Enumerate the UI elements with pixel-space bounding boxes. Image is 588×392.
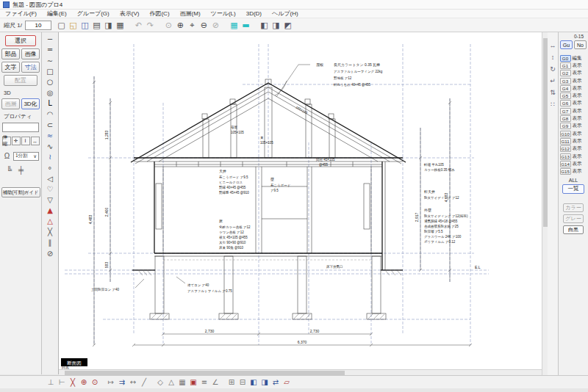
freecurve-tool[interactable]: ∿ <box>43 141 57 152</box>
open-icon[interactable]: ◱ <box>68 20 79 31</box>
layer-state-label[interactable]: 表示 <box>573 123 582 129</box>
snap-on-icon[interactable]: ⊙ <box>90 377 100 388</box>
select-button[interactable]: 選択 <box>5 35 36 46</box>
layer-state-label[interactable]: 表示 <box>573 108 582 115</box>
circle-tool[interactable]: ○ <box>43 76 57 87</box>
layer-button[interactable]: G12 <box>560 145 571 152</box>
zoom-out-icon[interactable]: ⊖ <box>198 20 209 31</box>
constraint-button[interactable]: 伸縮 <box>2 137 11 145</box>
cloud-tool[interactable]: ♡ <box>43 184 57 195</box>
sep4[interactable] <box>252 20 258 31</box>
new-icon[interactable]: ▢ <box>56 20 67 31</box>
snap-mid-icon[interactable]: ⊢ <box>57 377 67 388</box>
redo-icon[interactable]: ↷ <box>145 20 156 31</box>
grid-icon[interactable]: ▦ <box>229 20 240 31</box>
layer-button[interactable]: G11 <box>560 138 571 145</box>
layer-state-label[interactable]: 表示 <box>573 145 582 152</box>
drawing-canvas[interactable]: 屋根 長尺カラートタン 0.35 瓦棒 アスファルトルーフィング 22kg 野地… <box>59 32 542 369</box>
sep2[interactable] <box>157 20 162 31</box>
guide-button[interactable]: 補助(可動)ガイド <box>1 187 40 197</box>
sep1[interactable] <box>126 20 132 31</box>
layer-button[interactable]: G15 <box>560 168 571 175</box>
horizontal-scrollbar[interactable] <box>59 369 542 375</box>
layer-button[interactable]: G10 <box>560 131 571 137</box>
parts-button[interactable]: 部品 <box>1 48 20 59</box>
zoom-window-icon[interactable]: ⊘ <box>210 20 221 31</box>
layer-state-label[interactable]: 表示 <box>573 161 582 167</box>
point-tool[interactable]: ∘ <box>43 162 57 173</box>
constraint-button[interactable]: ↔ <box>31 137 40 145</box>
move-icon[interactable]: ↦ <box>106 377 116 388</box>
layer-button[interactable]: 画層 <box>1 98 20 109</box>
layer-state-label[interactable]: 表示 <box>573 85 582 92</box>
layer-state-label[interactable]: 表示 <box>573 115 582 122</box>
layer-button[interactable]: G7 <box>560 108 571 115</box>
stretch-icon[interactable]: ↔ <box>128 377 138 388</box>
scroll-horizontal-icon[interactable]: ↔ <box>548 41 557 49</box>
rect-tool[interactable]: □ <box>43 66 57 77</box>
paper-icon[interactable]: ▬ <box>240 20 251 31</box>
layer-button[interactable]: G3 <box>560 78 571 84</box>
layer-state-label[interactable]: 編集 <box>573 55 582 62</box>
copy-icon[interactable]: ⇉ <box>117 377 127 388</box>
fill-edit-icon[interactable]: ▣ <box>188 377 198 388</box>
view-rotate-icon[interactable]: ↻ <box>548 65 557 73</box>
snap-end-icon[interactable]: ⊥ <box>46 377 56 388</box>
layer-state-label[interactable]: 表示 <box>573 138 582 145</box>
menu-item[interactable]: グループ(G) <box>72 10 115 18</box>
ungroup-icon[interactable]: ⊟ <box>237 377 248 388</box>
hatch-tool[interactable]: ▽ <box>43 195 57 206</box>
menu-item[interactable]: ツール(L) <box>206 10 241 18</box>
erase-tool[interactable]: ⊘ <box>43 248 57 259</box>
zoom-all-icon[interactable]: ⊙ <box>163 20 174 31</box>
polyline-tool[interactable]: L <box>43 98 57 109</box>
line-edit-icon[interactable]: ╱ <box>139 377 149 388</box>
swap-icon[interactable]: ⇄ <box>270 377 281 388</box>
snap-center-icon[interactable]: ⊕ <box>79 377 89 388</box>
zoom-in-icon[interactable]: ⊕ <box>175 20 186 31</box>
menu-item[interactable]: 編集(E) <box>42 10 72 18</box>
layer-button[interactable]: G9 <box>560 123 571 129</box>
fill-tool[interactable]: ▲ <box>43 206 57 217</box>
parts-window-icon[interactable]: ◨ <box>270 20 282 31</box>
horizontal-scroll-thumb[interactable] <box>65 371 345 375</box>
to-3d-button[interactable]: 3D化 <box>21 98 40 109</box>
sep3[interactable] <box>222 20 228 31</box>
concentric-tool[interactable]: ◎ <box>43 87 57 98</box>
scroll-vertical-icon[interactable]: ↕ <box>548 53 557 61</box>
view-back-icon[interactable]: ↵ <box>548 76 557 84</box>
color-mode-button[interactable]: 白黒 <box>563 225 584 234</box>
menu-item[interactable]: ファイル(F) <box>0 10 42 18</box>
sep1[interactable] <box>101 377 105 388</box>
send-back-icon[interactable]: ◨ <box>259 377 270 388</box>
layer-list-button[interactable]: 一覧 <box>562 184 584 194</box>
balloon-tool[interactable]: ◁ <box>43 173 57 184</box>
wave-tool[interactable]: ≈ <box>43 130 57 141</box>
view-updown-icon[interactable]: ⇅ <box>548 88 557 96</box>
magnet-icon[interactable]: Ω <box>2 151 12 161</box>
sep2[interactable] <box>150 377 154 388</box>
zoom-pan-icon[interactable]: ⌖ <box>187 20 198 31</box>
layer-state-label[interactable]: 表示 <box>573 131 582 137</box>
snap-mode-icon[interactable]: ╪ <box>16 165 26 175</box>
bring-front-icon[interactable]: ◧ <box>248 377 259 388</box>
color-mode-button[interactable]: グレー <box>563 214 584 223</box>
group-icon[interactable]: ⊞ <box>226 377 237 388</box>
layer-state-label[interactable]: 表示 <box>573 78 582 84</box>
layer-button[interactable]: G6 <box>560 100 571 106</box>
dimension-button[interactable]: 寸法 <box>21 62 40 73</box>
props-window-icon[interactable]: ◩ <box>282 20 293 31</box>
menu-item[interactable]: 3D(D) <box>241 10 267 18</box>
menu-item[interactable]: ヘルプ(H) <box>267 10 304 18</box>
poly-edit-icon[interactable]: △ <box>166 377 176 388</box>
snap-divide-select[interactable]: 1分割 ∨ <box>13 152 39 161</box>
spline-tool[interactable]: ∼ <box>43 55 57 66</box>
hatch-edit-icon[interactable]: ▦ <box>177 377 187 388</box>
offset-tool[interactable]: ∥ <box>43 237 57 248</box>
layer-state-label[interactable]: 表示 <box>573 62 582 69</box>
layout-button[interactable]: 配置 <box>4 75 37 86</box>
layer-state-label[interactable]: 表示 <box>573 153 582 160</box>
layer-number-button[interactable]: No <box>574 40 587 49</box>
layer-state-label[interactable]: 表示 <box>573 92 582 99</box>
property-combo[interactable] <box>2 123 39 132</box>
